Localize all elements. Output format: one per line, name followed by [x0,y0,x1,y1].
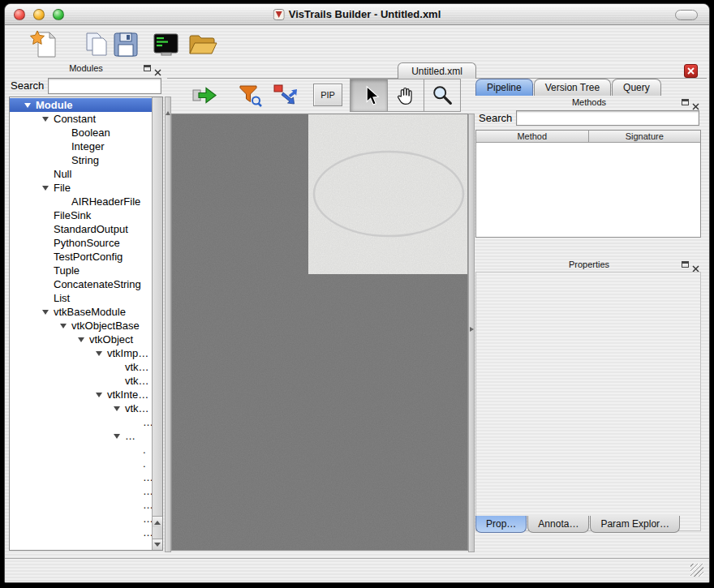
tree-item[interactable]: vtk… [10,401,152,415]
execute-pipeline-button[interactable] [189,81,222,110]
scroll-down-button[interactable] [153,539,162,550]
open-documents-icon [81,29,112,60]
tree-item[interactable]: PythonSource [10,236,152,250]
toolbar-toggle-widget[interactable] [675,10,698,20]
methods-search-input[interactable] [516,110,699,126]
tree-item[interactable]: … [10,429,152,443]
subwindow-title-tab[interactable]: Untitled.xml [398,62,476,79]
tree-item[interactable]: vtkObjectBase [10,319,152,333]
tree-item[interactable]: … [10,526,152,539]
column-header-signature[interactable]: Signature [589,131,701,143]
tree-item[interactable]: StandardOutput [10,222,152,236]
save-file-button[interactable] [110,28,142,61]
subwindow-close-button[interactable] [684,64,698,78]
expand-triangle-icon[interactable] [114,434,120,439]
tree-item[interactable]: Null [10,167,152,181]
pip-toggle-button[interactable]: PIP [313,84,342,106]
tree-item[interactable]: . [10,443,152,457]
tree-item[interactable]: AIRHeaderFile [10,195,152,208]
close-panel-button[interactable] [154,65,161,72]
console-button[interactable] [150,28,183,61]
main-toolbar [5,26,709,62]
open-file-button[interactable] [80,28,113,61]
tab-pipeline[interactable]: Pipeline [475,79,533,96]
module-tree-rows: Module Constant Boolean Integer String N… [10,98,152,539]
tree-item[interactable]: … [10,470,152,484]
expand-triangle-icon[interactable] [42,186,49,191]
expand-view-button[interactable] [269,81,302,110]
window-title-group: VisTrails Builder - Untitled.xml [273,8,441,20]
tree-scrollbar[interactable] [152,97,162,550]
float-panel-button[interactable] [682,261,689,268]
tree-item[interactable]: File [10,181,152,195]
arrow-down-icon [154,543,161,550]
tree-item[interactable]: vtkImp… [10,346,152,360]
view-tabs: Pipeline Version Tree Query [475,79,662,97]
cursor-arrow-icon [357,84,381,108]
main-window: VisTrails Builder - Untitled.xml [4,3,710,583]
close-window-button[interactable] [14,9,25,20]
expand-triangle-icon[interactable] [78,337,84,342]
tree-item[interactable]: Constant [10,112,152,126]
visual-query-button[interactable] [234,81,266,110]
tree-item[interactable]: Integer [10,139,152,153]
tree-item[interactable]: vtkBaseModule [10,305,152,319]
float-panel-button[interactable] [682,99,689,105]
expand-triangle-icon[interactable] [42,117,49,122]
pan-mode-button[interactable] [387,79,424,111]
tree-item[interactable]: . [10,457,152,470]
tree-item[interactable]: vtkObject [10,333,152,346]
methods-panel-header[interactable]: Methods [475,97,703,109]
resize-grip[interactable] [690,564,703,577]
tree-item[interactable]: … [10,415,152,429]
column-header-method[interactable]: Method [476,131,589,143]
properties-panel-body [475,272,701,531]
tree-item[interactable]: … [10,484,152,498]
module-tree[interactable]: Module Constant Boolean Integer String N… [9,97,163,551]
tab-query[interactable]: Query [612,79,661,96]
properties-panel-header[interactable]: Properties [475,259,703,271]
expand-triangle-icon[interactable] [114,406,120,411]
expand-triangle-icon[interactable] [96,393,102,397]
tab-version-tree[interactable]: Version Tree [534,79,611,96]
select-mode-button[interactable] [351,79,387,111]
minimize-window-button[interactable] [33,9,45,20]
tree-item[interactable]: String [10,153,152,167]
new-document-icon [29,29,60,60]
tree-item[interactable]: vtkInte… [10,388,152,401]
tab-properties[interactable]: Prop… [475,516,527,533]
tree-item[interactable]: … [10,498,152,512]
zoom-mode-button[interactable] [424,79,460,111]
modules-search-input[interactable] [48,78,161,94]
expand-triangle-icon[interactable] [60,324,67,328]
expand-triangle-icon[interactable] [96,351,102,356]
tree-item[interactable]: Tuple [10,264,152,277]
tree-item[interactable]: vtk… [10,360,152,374]
tree-item[interactable]: List [10,291,152,305]
right-panel: Pipeline Version Tree Query Methods [475,79,705,552]
float-panel-button[interactable] [144,65,151,71]
methods-table-header: Method Signature [476,131,700,143]
tree-item[interactable]: ConcatenateString [10,277,152,291]
open-folder-button[interactable] [186,28,218,61]
new-file-button[interactable] [28,28,61,61]
expand-arrows-icon [271,82,300,109]
tree-item[interactable]: Boolean [10,126,152,139]
tree-item[interactable]: … [10,512,152,526]
close-panel-button[interactable] [692,261,699,268]
scroll-up-button[interactable] [153,516,162,527]
tree-item[interactable]: TestPortConfig [10,250,152,264]
tree-item[interactable]: Module [10,98,152,112]
modules-panel-header[interactable]: Modules [7,62,165,75]
tab-annotations[interactable]: Annota… [527,516,589,533]
tree-item[interactable]: FileSink [10,208,152,222]
close-panel-button[interactable] [692,99,699,106]
pipeline-canvas[interactable] [171,114,468,551]
expand-triangle-icon[interactable] [42,310,49,315]
tab-param-exploration[interactable]: Param Explor… [590,516,680,533]
tree-item[interactable]: vtk… [10,374,152,388]
titlebar[interactable]: VisTrails Builder - Untitled.xml [5,4,709,25]
mdi-area: Untitled.xml [167,62,708,552]
zoom-window-button[interactable] [53,9,64,20]
expand-triangle-icon[interactable] [24,103,31,108]
